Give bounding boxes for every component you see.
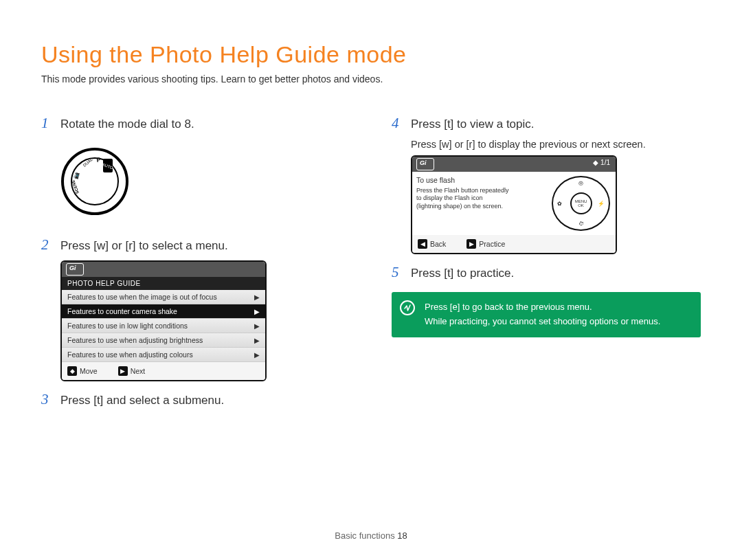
wheel-center: MENU OK bbox=[570, 192, 592, 214]
menu-item-selected: Features to counter camera shake▶ bbox=[62, 304, 265, 319]
screen-header bbox=[62, 262, 265, 277]
chevron-right-icon: ▶ bbox=[254, 293, 260, 301]
footer-next: ▶Next bbox=[118, 366, 146, 376]
menu-list: Features to use when the image is out of… bbox=[62, 290, 265, 362]
wheel-center-ok: OK bbox=[578, 203, 584, 208]
right-column: 4 Press [t] to view a topic. Press [w] o… bbox=[392, 105, 701, 415]
step-text: Press [t] and select a submenu. bbox=[60, 394, 224, 407]
menu-item-label: Features to use in low light conditions bbox=[67, 322, 188, 330]
right-arrow-icon: ▶ bbox=[118, 366, 128, 376]
menu-item: Features to use when adjusting colours▶ bbox=[62, 348, 265, 362]
wheel-right-icon: ⚡ bbox=[598, 201, 605, 207]
camera-screen-topic: ◆ 1/1 To use flash Press the Flash butto… bbox=[411, 155, 617, 254]
chevron-right-icon: ▶ bbox=[254, 308, 260, 315]
chevron-right-icon: ▶ bbox=[254, 351, 260, 359]
step-number: 4 bbox=[392, 115, 404, 132]
footer-page-number: 18 bbox=[397, 530, 407, 541]
step-5: 5 Press [t] to practice. bbox=[392, 264, 701, 281]
guide-mode-icon bbox=[416, 158, 434, 170]
step-text: Press [t] to view a topic. bbox=[411, 117, 535, 131]
step-text: Rotate the mode dial to 8. bbox=[60, 117, 194, 131]
menu-item-label: Features to use when the image is out of… bbox=[67, 293, 217, 301]
screen-title: PHOTO HELP GUIDE bbox=[62, 277, 265, 290]
footer-practice: ▶Practice bbox=[466, 239, 505, 249]
step-3: 3 Press [t] and select a submenu. bbox=[41, 391, 350, 408]
chevron-right-icon: ▶ bbox=[254, 337, 260, 344]
wheel-top-icon: ◎ bbox=[578, 180, 583, 186]
note-line-1: Press [e] to go back to the previous men… bbox=[425, 300, 691, 315]
wheel-left-icon: ✿ bbox=[557, 201, 562, 207]
menu-item: Features to use when the image is out of… bbox=[62, 290, 265, 304]
screen-footer: ◀Back ▶Practice bbox=[412, 235, 616, 253]
topic-text: To use flash Press the Flash button repe… bbox=[415, 175, 545, 232]
step-2: 2 Press [w] or [r] to select a menu. bbox=[41, 236, 350, 254]
note-info-icon bbox=[400, 300, 415, 315]
control-wheel-illustration: ◎ ✿ ⚡ ⏱ MENU OK bbox=[552, 176, 610, 231]
menu-item-label: Features to use when adjusting brightnes… bbox=[67, 336, 203, 344]
step-number: 1 bbox=[41, 115, 54, 132]
menu-item-label: Features to counter camera shake bbox=[67, 307, 177, 315]
step-4: 4 Press [t] to view a topic. bbox=[392, 115, 701, 132]
step-number: 2 bbox=[41, 236, 54, 254]
screen-footer: ◆Move ▶Next bbox=[62, 362, 265, 380]
left-column: 1 Rotate the mode dial to 8. AUTO P DUAL… bbox=[41, 105, 350, 415]
guide-mode-icon bbox=[66, 263, 84, 276]
chevron-right-icon: ▶ bbox=[254, 322, 260, 330]
camera-screen-menu: PHOTO HELP GUIDE Features to use when th… bbox=[60, 260, 267, 381]
note-box: Press [e] to go back to the previous men… bbox=[392, 292, 701, 337]
footer-section: Basic functions bbox=[335, 530, 394, 541]
menu-item-label: Features to use when adjusting colours bbox=[67, 350, 193, 359]
footer-label: Practice bbox=[479, 240, 505, 248]
step-number: 5 bbox=[392, 264, 404, 281]
menu-item: Features to use when adjusting brightnes… bbox=[62, 333, 265, 348]
note-line-2: While practicing, you cannot set shootin… bbox=[425, 315, 691, 329]
topic-line: Press the Flash button repeatedly bbox=[416, 187, 543, 194]
mode-dial-illustration: AUTO P DUAL 📷 SCENE bbox=[60, 147, 129, 216]
footer-label: Move bbox=[80, 367, 98, 375]
topic-body: To use flash Press the Flash button repe… bbox=[412, 172, 616, 235]
footer-back: ◀Back bbox=[418, 239, 446, 249]
step-1: 1 Rotate the mode dial to 8. bbox=[41, 115, 350, 132]
footer-move: ◆Move bbox=[67, 366, 98, 376]
page-footer: Basic functions 18 bbox=[0, 530, 742, 541]
updown-arrow-icon: ◆ bbox=[67, 366, 77, 376]
footer-label: Next bbox=[131, 367, 146, 375]
footer-label: Back bbox=[430, 240, 446, 248]
left-arrow-icon: ◀ bbox=[418, 239, 427, 249]
content-columns: 1 Rotate the mode dial to 8. AUTO P DUAL… bbox=[41, 105, 701, 415]
step-text: Press [t] to practice. bbox=[411, 267, 514, 280]
topic-title: To use flash bbox=[416, 176, 543, 185]
topic-line: (lightning shape) on the screen. bbox=[416, 203, 543, 210]
page-subtitle: This mode provides various shooting tips… bbox=[41, 74, 701, 85]
right-arrow-icon: ▶ bbox=[466, 239, 476, 249]
topic-line: to display the Flash icon bbox=[416, 194, 543, 202]
page-counter-value: 1/1 bbox=[600, 159, 610, 166]
step-4-note: Press [w] or [r] to display the previous… bbox=[411, 139, 701, 150]
page-counter: ◆ 1/1 bbox=[593, 159, 610, 166]
wheel-bottom-icon: ⏱ bbox=[578, 221, 584, 227]
menu-item: Features to use in low light conditions▶ bbox=[62, 319, 265, 333]
screen-header: ◆ 1/1 bbox=[412, 157, 616, 172]
page-title: Using the Photo Help Guide mode bbox=[41, 41, 701, 68]
step-number: 3 bbox=[41, 391, 54, 408]
step-text: Press [w] or [r] to select a menu. bbox=[60, 239, 228, 253]
